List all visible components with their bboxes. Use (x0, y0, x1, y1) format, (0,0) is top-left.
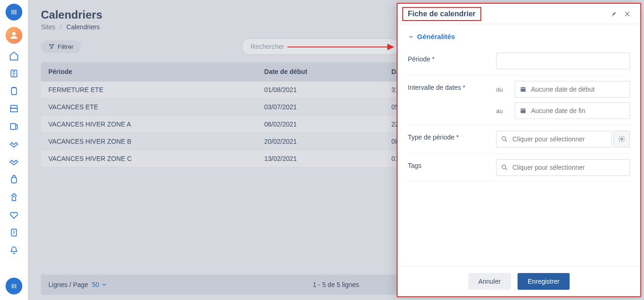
label-du: du (496, 86, 508, 93)
svg-rect-2 (12, 88, 17, 95)
chevron-down-icon (101, 281, 107, 288)
close-icon[interactable] (624, 10, 631, 18)
notes-icon[interactable] (8, 68, 20, 79)
sidebar (0, 0, 28, 300)
tags-select[interactable] (496, 159, 630, 176)
cell-periode: FERMETURE ETE (41, 81, 257, 99)
breadcrumb-current: Calendriers (66, 23, 100, 31)
panel-header: Fiche de calendrier (398, 4, 640, 24)
lines-per-page-label: Lignes / Page (48, 281, 88, 288)
col-debut[interactable]: Date de début (257, 62, 384, 81)
app-logo[interactable] (6, 4, 22, 20)
label-type: Type de période * (408, 131, 491, 141)
filter-label: Filtrer (58, 43, 73, 50)
svg-rect-9 (521, 108, 526, 113)
filter-button[interactable]: Filtrer (41, 40, 81, 53)
per-page-select[interactable]: 50 (92, 281, 108, 288)
handshake2-icon[interactable] (8, 156, 20, 167)
svg-rect-5 (12, 229, 17, 236)
search-icon (501, 164, 508, 171)
breadcrumb-separator: / (60, 23, 62, 31)
date-fin-input[interactable] (515, 102, 630, 119)
cell-periode: VACANCES HIVER ZONE A (41, 116, 257, 133)
breadcrumb-root[interactable]: Sites (41, 23, 55, 31)
search-input[interactable] (242, 38, 400, 55)
save-button[interactable]: Enregistrer (518, 273, 570, 290)
home-icon[interactable] (8, 50, 20, 61)
clipboard-icon[interactable] (8, 86, 20, 97)
panel-footer: Annuler Enregistrer (398, 266, 640, 296)
cancel-button[interactable]: Annuler (468, 273, 511, 290)
panel-body: Généralités Période * Intervalle de date… (398, 24, 640, 266)
user-avatar[interactable] (6, 27, 22, 44)
pagination-summary: 1 - 5 de 5 lignes (313, 281, 359, 288)
svg-point-0 (12, 32, 15, 35)
cell-debut: 06/02/2021 (257, 116, 384, 133)
type-select[interactable] (496, 131, 611, 147)
cell-debut: 01/08/2021 (257, 81, 384, 99)
svg-point-12 (502, 165, 506, 169)
search-icon (501, 135, 508, 143)
bag-icon[interactable] (8, 174, 20, 185)
app-badge-icon[interactable] (6, 278, 22, 294)
svg-point-10 (502, 137, 506, 140)
calendar-icon (519, 107, 527, 114)
cell-debut: 03/07/2021 (257, 99, 384, 116)
label-periode: Période * (408, 53, 491, 63)
section-toggle[interactable]: Généralités (408, 33, 630, 40)
chevron-down-icon (408, 33, 414, 40)
gear-icon (618, 135, 625, 143)
store-icon[interactable] (8, 103, 20, 114)
periode-input[interactable] (496, 53, 630, 69)
cell-debut: 13/02/2021 (257, 150, 384, 167)
panel-title: Fiche de calendrier (408, 10, 476, 18)
cell-periode: VACANCES HIVER ZONE C (41, 150, 257, 167)
cell-periode: VACANCES ETE (41, 99, 257, 116)
label-tags: Tags (408, 159, 491, 169)
chef-icon[interactable] (8, 192, 20, 203)
filter-icon (48, 43, 55, 50)
receipt-icon[interactable] (8, 227, 20, 238)
svg-rect-4 (12, 177, 17, 183)
date-debut-input[interactable] (515, 81, 630, 98)
svg-point-11 (621, 138, 623, 140)
calendar-form-panel: Fiche de calendrier Généralités Période … (397, 3, 641, 297)
cell-periode: VACANCES HIVER ZONE B (41, 133, 257, 150)
type-settings-button[interactable] (613, 131, 630, 147)
calendar-icon (519, 86, 527, 93)
label-intervalle: Intervalle de dates * (408, 81, 491, 91)
svg-rect-8 (521, 87, 526, 92)
col-periode[interactable]: Période (41, 62, 257, 81)
bell-icon[interactable] (8, 245, 20, 256)
handshake-icon[interactable] (8, 139, 20, 150)
heart-icon[interactable] (8, 209, 20, 220)
news-icon[interactable] (8, 121, 20, 132)
label-au: au (496, 107, 508, 114)
cell-debut: 20/02/2021 (257, 133, 384, 150)
pin-icon[interactable] (610, 10, 617, 18)
svg-rect-3 (11, 124, 16, 130)
